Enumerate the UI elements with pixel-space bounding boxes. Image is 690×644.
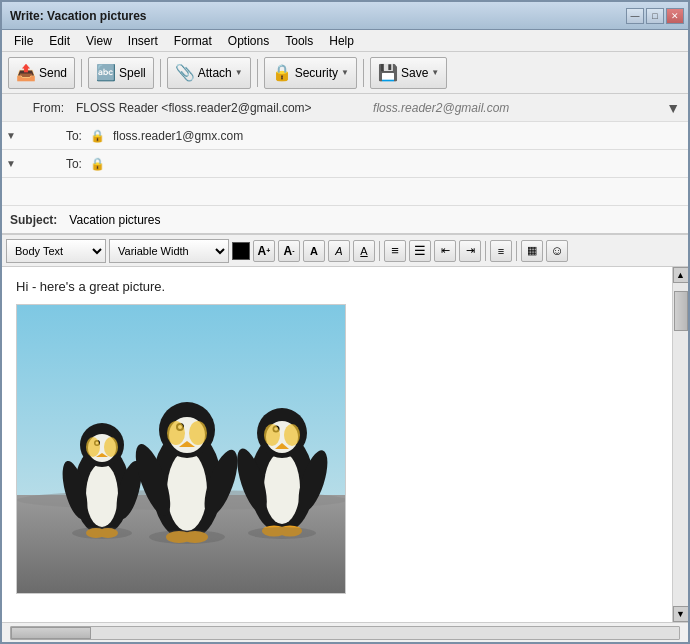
h-scroll-thumb[interactable] — [11, 627, 91, 639]
svg-point-37 — [284, 424, 300, 446]
main-window: Write: Vacation pictures — □ ✕ File Edit… — [0, 0, 690, 644]
scroll-track[interactable] — [673, 283, 688, 606]
empty-row — [2, 178, 688, 206]
svg-point-17 — [167, 451, 207, 531]
subject-label: Subject: — [2, 209, 65, 231]
to2-row: ▼ To: 🔒 — [2, 150, 688, 178]
compose-content[interactable]: Hi - here's a great picture. — [2, 267, 672, 622]
text-style-select[interactable]: Body Text — [6, 239, 106, 263]
svg-point-42 — [72, 527, 132, 539]
menu-format[interactable]: Format — [166, 32, 220, 50]
indent-decrease-button[interactable]: ⇤ — [434, 240, 456, 262]
security-icon: 🔒 — [272, 63, 292, 82]
subject-input[interactable] — [65, 209, 688, 231]
save-icon: 💾 — [378, 63, 398, 82]
svg-point-24 — [189, 421, 207, 445]
send-label: Send — [39, 66, 67, 80]
svg-point-44 — [248, 527, 316, 539]
toolbar-sep-3 — [257, 59, 258, 87]
ordered-list-button[interactable]: ☰ — [409, 240, 431, 262]
indent-increase-button[interactable]: ⇥ — [459, 240, 481, 262]
to1-label: To: — [20, 125, 90, 147]
unordered-list-button[interactable]: ≡ — [384, 240, 406, 262]
send-button[interactable]: 📤 Send — [8, 57, 75, 89]
svg-point-30 — [264, 452, 300, 524]
scroll-down-button[interactable]: ▼ — [673, 606, 689, 622]
toolbar-sep-1 — [81, 59, 82, 87]
penguin-svg — [17, 305, 346, 594]
svg-point-23 — [167, 421, 185, 445]
align-button[interactable]: ≡ — [490, 240, 512, 262]
menu-file[interactable]: File — [6, 32, 41, 50]
fmt-sep-2 — [485, 241, 486, 261]
underline-button[interactable]: A — [353, 240, 375, 262]
attach-button[interactable]: 📎 Attach ▼ — [167, 57, 251, 89]
insert-table-button[interactable]: ▦ — [521, 240, 543, 262]
from-value: FLOSS Reader <floss.reader2@gmail.com> — [72, 97, 369, 119]
attach-icon: 📎 — [175, 63, 195, 82]
to1-input[interactable] — [109, 125, 688, 147]
attach-arrow-icon: ▼ — [235, 68, 243, 77]
compose-body-text: Hi - here's a great picture. — [16, 279, 658, 294]
menu-edit[interactable]: Edit — [41, 32, 78, 50]
vertical-scrollbar: ▲ ▼ — [672, 267, 688, 622]
scroll-up-button[interactable]: ▲ — [673, 267, 689, 283]
to2-lock-icon: 🔒 — [90, 157, 105, 171]
to1-expand-icon[interactable]: ▼ — [2, 128, 20, 143]
from-row: From: FLOSS Reader <floss.reader2@gmail.… — [2, 94, 688, 122]
insert-emoji-button[interactable]: ☺ — [546, 240, 568, 262]
format-toolbar: Body Text Variable Width A+ A- A A A ≡ ☰… — [2, 235, 688, 267]
font-size-increase-button[interactable]: A+ — [253, 240, 275, 262]
svg-point-43 — [149, 530, 225, 544]
security-label: Security — [295, 66, 338, 80]
save-label: Save — [401, 66, 428, 80]
to1-lock-icon: 🔒 — [90, 129, 105, 143]
to2-label: To: — [20, 153, 90, 175]
save-button[interactable]: 💾 Save ▼ — [370, 57, 447, 89]
title-bar: Write: Vacation pictures — □ ✕ — [2, 2, 688, 30]
svg-point-10 — [86, 437, 100, 457]
font-select[interactable]: Variable Width — [109, 239, 229, 263]
minimize-button[interactable]: — — [626, 8, 644, 24]
compose-area: Hi - here's a great picture. — [2, 267, 688, 622]
from-dropdown-icon[interactable]: ▼ — [666, 100, 688, 116]
menu-view[interactable]: View — [78, 32, 120, 50]
from-email-italic: floss.reader2@gmail.com — [369, 97, 666, 119]
window-title: Write: Vacation pictures — [10, 9, 146, 23]
send-icon: 📤 — [16, 63, 36, 82]
fmt-sep-1 — [379, 241, 380, 261]
toolbar-sep-2 — [160, 59, 161, 87]
bold-button[interactable]: A — [303, 240, 325, 262]
svg-point-36 — [264, 424, 280, 446]
attach-label: Attach — [198, 66, 232, 80]
maximize-button[interactable]: □ — [646, 8, 664, 24]
save-arrow-icon: ▼ — [431, 68, 439, 77]
fmt-sep-3 — [516, 241, 517, 261]
menu-tools[interactable]: Tools — [277, 32, 321, 50]
window-controls: — □ ✕ — [626, 8, 684, 24]
to1-row: ▼ To: 🔒 — [2, 122, 688, 150]
compose-image — [16, 304, 346, 594]
scroll-thumb[interactable] — [674, 291, 688, 331]
status-bar — [2, 622, 688, 642]
font-size-decrease-button[interactable]: A- — [278, 240, 300, 262]
toolbar-sep-4 — [363, 59, 364, 87]
menu-insert[interactable]: Insert — [120, 32, 166, 50]
italic-button[interactable]: A — [328, 240, 350, 262]
menu-help[interactable]: Help — [321, 32, 362, 50]
to2-input[interactable] — [109, 153, 688, 175]
main-toolbar: 📤 Send 🔤 Spell 📎 Attach ▼ 🔒 Security ▼ 💾… — [2, 52, 688, 94]
spell-icon: 🔤 — [96, 63, 116, 82]
security-button[interactable]: 🔒 Security ▼ — [264, 57, 357, 89]
spell-button[interactable]: 🔤 Spell — [88, 57, 154, 89]
spell-label: Spell — [119, 66, 146, 80]
from-label: From: — [2, 97, 72, 119]
subject-row: Subject: — [2, 206, 688, 234]
horizontal-scrollbar[interactable] — [10, 626, 680, 640]
text-color-swatch[interactable] — [232, 242, 250, 260]
menu-bar: File Edit View Insert Format Options Too… — [2, 30, 688, 52]
header-fields: From: FLOSS Reader <floss.reader2@gmail.… — [2, 94, 688, 235]
menu-options[interactable]: Options — [220, 32, 277, 50]
to2-expand-icon[interactable]: ▼ — [2, 156, 20, 171]
close-button[interactable]: ✕ — [666, 8, 684, 24]
